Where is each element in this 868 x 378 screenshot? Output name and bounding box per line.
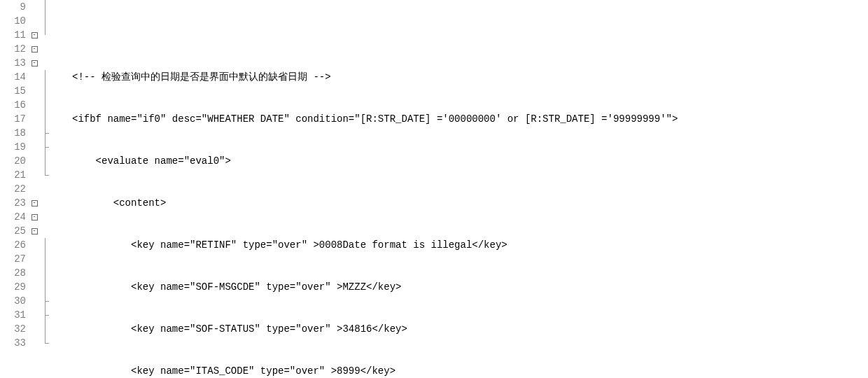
- line-number: 30: [0, 294, 26, 308]
- fold-guide: [40, 252, 50, 266]
- fold-cell: [29, 266, 39, 280]
- fold-guide: [40, 224, 50, 238]
- fold-cell[interactable]: -: [29, 210, 39, 224]
- line-number: 31: [0, 308, 26, 322]
- fold-cell: [29, 126, 39, 140]
- fold-toggle-icon[interactable]: -: [31, 46, 38, 52]
- line-number: 9: [0, 0, 26, 14]
- fold-cell: [29, 238, 39, 252]
- fold-cell[interactable]: -: [29, 42, 39, 56]
- fold-guide: [40, 140, 50, 154]
- fold-cell: [29, 322, 39, 336]
- fold-cell: [29, 168, 39, 182]
- fold-cell: [29, 154, 39, 168]
- code-line[interactable]: <key name="RETINF" type="over" >0008Date…: [72, 238, 868, 252]
- fold-guide: [40, 210, 50, 224]
- fold-guide: [40, 28, 50, 42]
- line-number: 13: [0, 56, 26, 70]
- fold-guide: [40, 84, 50, 98]
- line-number: 18: [0, 126, 26, 140]
- line-number: 23: [0, 196, 26, 210]
- fold-guide: [40, 42, 50, 56]
- line-number: 19: [0, 140, 26, 154]
- fold-cell: [29, 112, 39, 126]
- fold-guide: [40, 112, 50, 126]
- fold-cell[interactable]: -: [29, 196, 39, 210]
- code-editor: 9 10 11 12 13 14 15 16 17 18 19 20 21 22…: [0, 0, 868, 378]
- fold-cell[interactable]: -: [29, 28, 39, 42]
- line-number: 21: [0, 168, 26, 182]
- fold-guide-gutter: [40, 0, 50, 378]
- line-number: 16: [0, 98, 26, 112]
- line-number: 12: [0, 42, 26, 56]
- fold-toggle-icon[interactable]: -: [31, 228, 38, 234]
- fold-cell: [29, 98, 39, 112]
- fold-cell: [29, 84, 39, 98]
- fold-guide: [40, 98, 50, 112]
- fold-guide: [40, 336, 50, 350]
- fold-cell: [29, 0, 39, 14]
- fold-cell: [29, 252, 39, 266]
- code-line[interactable]: <!-- 检验查询中的日期是否是界面中默认的缺省日期 -->: [72, 70, 868, 84]
- fold-cell[interactable]: -: [29, 224, 39, 238]
- line-number: 20: [0, 154, 26, 168]
- code-line[interactable]: <key name="ITAS_CODE" type="over" >8999<…: [72, 364, 868, 378]
- line-number: 33: [0, 336, 26, 350]
- fold-cell: [29, 14, 39, 28]
- fold-cell[interactable]: -: [29, 56, 39, 70]
- fold-toggle-icon[interactable]: -: [31, 32, 38, 38]
- fold-guide: [40, 196, 50, 210]
- line-number: 24: [0, 210, 26, 224]
- fold-guide: [40, 168, 50, 182]
- line-number: 29: [0, 280, 26, 294]
- fold-guide: [40, 238, 50, 252]
- fold-guide: [40, 294, 50, 308]
- fold-cell: [29, 182, 39, 196]
- code-line[interactable]: <content>: [72, 196, 868, 210]
- fold-guide: [40, 0, 50, 14]
- code-line[interactable]: <key name="SOF-STATUS" type="over" >3481…: [72, 322, 868, 336]
- code-line[interactable]: [72, 28, 868, 42]
- code-line[interactable]: <ifbf name="if0" desc="WHEATHER DATE" co…: [72, 112, 868, 126]
- line-number: 25: [0, 224, 26, 238]
- line-number: 22: [0, 182, 26, 196]
- fold-gutter: - - - - - -: [29, 0, 40, 378]
- fold-cell: [29, 280, 39, 294]
- code-area[interactable]: <!-- 检验查询中的日期是否是界面中默认的缺省日期 --> <ifbf nam…: [50, 0, 868, 378]
- fold-guide: [40, 280, 50, 294]
- fold-cell: [29, 308, 39, 322]
- fold-guide: [40, 56, 50, 70]
- fold-cell: [29, 294, 39, 308]
- line-number: 10: [0, 14, 26, 28]
- fold-guide: [40, 70, 50, 84]
- fold-cell: [29, 70, 39, 84]
- line-number: 15: [0, 84, 26, 98]
- fold-guide: [40, 322, 50, 336]
- line-number: 26: [0, 238, 26, 252]
- line-number: 28: [0, 266, 26, 280]
- line-number: 11: [0, 28, 26, 42]
- fold-toggle-icon[interactable]: -: [31, 200, 38, 206]
- code-line[interactable]: <key name="SOF-MSGCDE" type="over" >MZZZ…: [72, 280, 868, 294]
- fold-guide: [40, 182, 50, 196]
- fold-cell: [29, 140, 39, 154]
- line-number: 14: [0, 70, 26, 84]
- code-line[interactable]: <evaluate name="eval0">: [72, 154, 868, 168]
- line-number: 27: [0, 252, 26, 266]
- line-number-gutter: 9 10 11 12 13 14 15 16 17 18 19 20 21 22…: [0, 0, 29, 378]
- fold-guide: [40, 154, 50, 168]
- fold-cell: [29, 336, 39, 350]
- line-number: 32: [0, 322, 26, 336]
- fold-guide: [40, 308, 50, 322]
- fold-guide: [40, 266, 50, 280]
- fold-guide: [40, 126, 50, 140]
- line-number: 17: [0, 112, 26, 126]
- fold-toggle-icon[interactable]: -: [31, 214, 38, 220]
- fold-toggle-icon[interactable]: -: [31, 60, 38, 66]
- fold-guide: [40, 14, 50, 28]
